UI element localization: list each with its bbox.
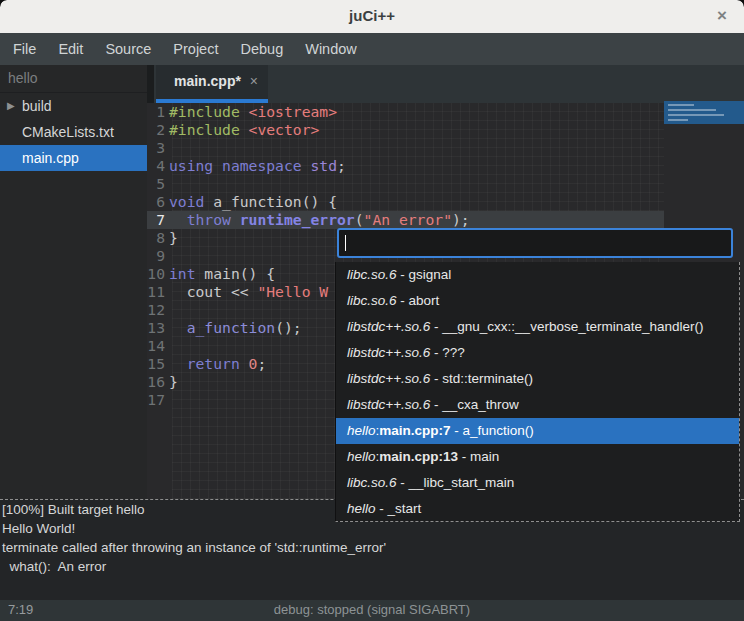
code-token: ( [355, 211, 364, 228]
stack-frame-item[interactable]: hello:main.cpp:7 - a_function() [336, 418, 739, 444]
code-line-1[interactable]: 1#include <iostream> [147, 103, 664, 121]
terminal-line: what(): An error [0, 557, 744, 576]
code-token: throw [187, 211, 231, 228]
tabbar: main.cpp* × [154, 65, 744, 103]
code-token: runtime_error [240, 211, 355, 228]
code-token [169, 211, 187, 228]
project-name-header: hello [0, 65, 147, 93]
line-number: 16 [147, 373, 169, 391]
code-token [169, 355, 187, 372]
code-token: main() { [196, 265, 276, 282]
line-number: 9 [147, 247, 169, 265]
debug-info-tooltip [664, 101, 744, 124]
frame-library: libc.so.6 [347, 475, 397, 490]
stack-frame-item[interactable]: hello - _start [336, 496, 739, 522]
line-number: 3 [147, 139, 169, 157]
code-token: void [169, 193, 204, 210]
code-token: return [187, 355, 240, 372]
frame-library: hello [347, 449, 376, 464]
window-title: juCi++ [0, 7, 744, 24]
line-number: 14 [147, 337, 169, 355]
tree-item-main-cpp[interactable]: main.cpp [0, 145, 147, 171]
stack-frame-item[interactable]: libstdc++.so.6 - __cxa_throw [336, 392, 739, 418]
line-number: 8 [147, 229, 169, 247]
menu-file[interactable]: File [2, 33, 47, 65]
code-token: } [169, 229, 178, 246]
tab-close-icon[interactable]: × [250, 73, 258, 89]
window-close-button[interactable]: × [711, 5, 733, 27]
code-token: cout << [169, 283, 257, 300]
tree-item-label: CMakeLists.txt [22, 119, 114, 145]
line-number: 13 [147, 319, 169, 337]
code-token: ; [337, 157, 346, 174]
project-tree: hello ▶buildCMakeLists.txtmain.cpp [0, 65, 147, 499]
line-number: 2 [147, 121, 169, 139]
code-token: "An error" [364, 211, 452, 228]
stack-frame-item[interactable]: libstdc++.so.6 - __gnu_cxx::__verbose_te… [336, 314, 739, 340]
tab-main-cpp[interactable]: main.cpp* × [156, 65, 268, 103]
code-token [169, 319, 187, 336]
tree-item-cmakelists-txt[interactable]: CMakeLists.txt [0, 119, 147, 145]
line-number: 6 [147, 193, 169, 211]
code-token: std [311, 157, 338, 174]
code-token: (); [275, 319, 302, 336]
code-token: using [169, 157, 213, 174]
code-token: ; [257, 355, 266, 372]
frame-library: libstdc++.so.6 [347, 397, 430, 412]
code-token [240, 103, 249, 120]
line-number: 7 [147, 211, 169, 229]
code-token: "Hello W [257, 283, 328, 300]
app-window: juCi++ × FileEditSourceProjectDebugWindo… [0, 0, 744, 621]
menu-edit[interactable]: Edit [47, 33, 94, 65]
code-token [231, 211, 240, 228]
text-caret [345, 235, 346, 251]
code-line-2[interactable]: 2#include <vector> [147, 121, 664, 139]
code-token [240, 121, 249, 138]
line-number: 1 [147, 103, 169, 121]
stack-frame-item[interactable]: libc.so.6 - __libc_start_main [336, 470, 739, 496]
stack-frame-filter-input[interactable] [337, 228, 733, 258]
debug-status: debug: stopped (signal SIGABRT) [0, 602, 744, 617]
code-line-5[interactable]: 5 [147, 175, 664, 193]
stack-frame-item[interactable]: hello:main.cpp:13 - main [336, 444, 739, 470]
code-line-3[interactable]: 3 [147, 139, 664, 157]
statusbar: 7:19 debug: stopped (signal SIGABRT) [0, 600, 744, 621]
tooltip-text-line [668, 109, 716, 111]
line-number: 15 [147, 355, 169, 373]
code-token: #include [169, 103, 240, 120]
code-token: a_function [187, 319, 275, 336]
line-number: 10 [147, 265, 169, 283]
menu-source[interactable]: Source [94, 33, 162, 65]
menu-project[interactable]: Project [162, 33, 229, 65]
line-number: 5 [147, 175, 169, 193]
tooltip-text-line [668, 114, 724, 116]
code-token [302, 157, 311, 174]
stack-frame-item[interactable]: libc.so.6 - gsignal [336, 262, 739, 288]
menu-debug[interactable]: Debug [229, 33, 294, 65]
stack-frame-item[interactable]: libstdc++.so.6 - ??? [336, 340, 739, 366]
tree-item-build[interactable]: ▶build [0, 93, 147, 119]
code-line-7[interactable]: 7 throw runtime_error("An error"); [147, 211, 664, 229]
code-token: <iostream> [249, 103, 337, 120]
expander-icon[interactable]: ▶ [7, 93, 15, 119]
code-token: <vector> [249, 121, 320, 138]
stack-frame-list: libc.so.6 - gsignallibc.so.6 - abortlibs… [335, 262, 740, 522]
terminal-line: terminate called after throwing an insta… [0, 538, 744, 557]
code-token: #include [169, 121, 240, 138]
menu-window[interactable]: Window [294, 33, 368, 65]
code-token: int [169, 265, 196, 282]
stack-frame-item[interactable]: libc.so.6 - abort [336, 288, 739, 314]
tree-item-label: build [22, 93, 52, 119]
code-token: namespace [222, 157, 302, 174]
frame-library: libstdc++.so.6 [347, 319, 430, 334]
frame-library: libstdc++.so.6 [347, 345, 430, 360]
frame-library: hello [347, 501, 376, 516]
code-line-6[interactable]: 6void a_function() { [147, 193, 664, 211]
line-number: 4 [147, 157, 169, 175]
code-token [240, 355, 249, 372]
menubar: FileEditSourceProjectDebugWindow [0, 33, 744, 65]
frame-location: main.cpp:13 [379, 449, 458, 464]
code-line-4[interactable]: 4using namespace std; [147, 157, 664, 175]
stack-frame-item[interactable]: libstdc++.so.6 - std::terminate() [336, 366, 739, 392]
line-number: 11 [147, 283, 169, 301]
